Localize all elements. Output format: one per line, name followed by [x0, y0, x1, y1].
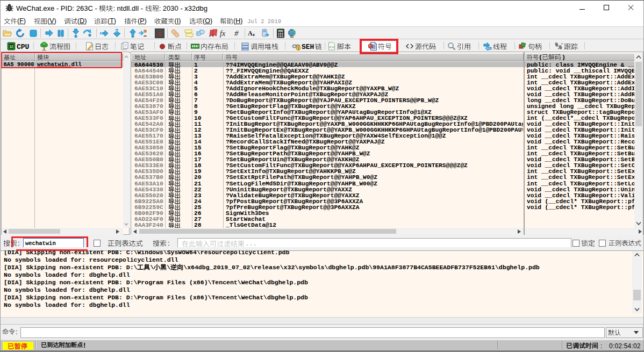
svg-text:#: # [234, 29, 239, 38]
svg-text:<>: <> [329, 45, 334, 49]
svg-text:z: z [253, 32, 255, 37]
svg-text:32: 32 [9, 45, 13, 48]
svg-text:S: S [158, 30, 161, 38]
svg-text:A: A [248, 30, 253, 37]
svg-text:fx: fx [220, 30, 226, 38]
svg-text:!: ! [298, 47, 299, 51]
